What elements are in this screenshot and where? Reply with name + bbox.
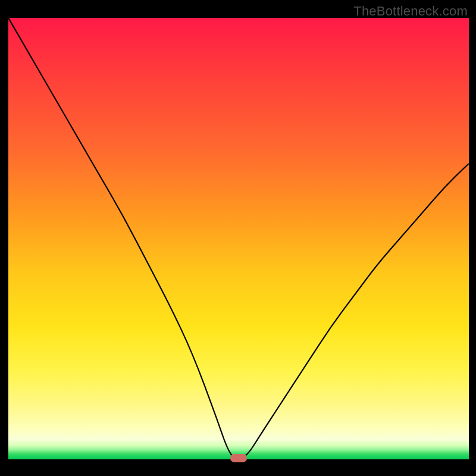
plot-area [8,18,469,459]
bottleneck-curve-path [8,18,469,458]
optimal-marker [230,454,247,462]
watermark-text: TheBottleneck.com [353,4,468,19]
bottleneck-curve [8,18,469,459]
chart-frame: TheBottleneck.com [0,0,476,476]
